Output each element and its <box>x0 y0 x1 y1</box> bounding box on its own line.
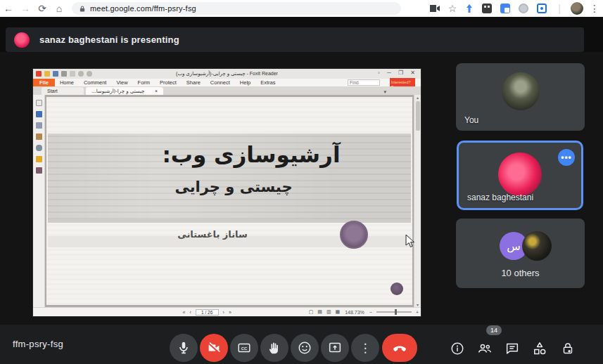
meeting-stage: چیستی و چرایی-(آرشیوسازی وب) - Foxit Rea… <box>0 52 603 325</box>
foxit-title-bar: چیستی و چرایی-(آرشیوسازی وب) - Foxit Rea… <box>33 69 421 79</box>
attachments-icon[interactable] <box>36 145 42 151</box>
chat-icon <box>504 341 520 356</box>
menu-home[interactable]: Home <box>55 79 79 86</box>
menu-help[interactable]: Help <box>235 79 255 86</box>
bookmarks-icon[interactable] <box>36 111 42 117</box>
foxit-window-title: چیستی و چرایی-(آرشیوسازی وب) - Foxit Rea… <box>33 71 421 77</box>
captions-icon: CC <box>236 340 252 356</box>
tab-close-icon[interactable]: × <box>155 89 158 93</box>
meeting-details-button[interactable] <box>449 340 466 357</box>
tab-document[interactable]: چیستی و چرا-(آرشیوسا... × <box>86 87 163 95</box>
browser-toolbar: ← → ⟳ ⌂ meet.google.com/ffm-psry-fsg ☆ |… <box>0 0 603 17</box>
menu-file[interactable]: File <box>33 79 55 86</box>
zoom-level-text: 148.73% <box>345 310 364 315</box>
end-call-button[interactable] <box>382 334 417 362</box>
info-icon <box>450 341 465 356</box>
scrollbar-thumb[interactable] <box>416 101 420 131</box>
home-button[interactable]: ⌂ <box>51 1 68 16</box>
slide-subtitle: چیستی و چرایی <box>118 178 350 195</box>
people-icon <box>476 340 493 357</box>
extension-dot-icon[interactable] <box>537 4 547 13</box>
present-screen-button[interactable] <box>321 334 349 362</box>
security-icon[interactable] <box>36 156 42 162</box>
zoom-out-button[interactable]: − <box>367 310 374 315</box>
presenting-banner-text: sanaz baghestani is presenting <box>39 34 179 45</box>
facing-view-icon[interactable]: ▥ <box>324 309 334 315</box>
more-options-icon: ⋮ <box>360 342 372 354</box>
page-number-box[interactable]: 1 / 26 <box>196 309 219 316</box>
toolbar-divider: | <box>551 1 568 16</box>
browser-menu-button[interactable]: ⋮ <box>586 1 603 16</box>
activities-icon <box>531 340 548 357</box>
next-page-button[interactable]: › <box>221 310 227 315</box>
mouse-cursor <box>405 235 415 248</box>
presenter-tile-avatar <box>498 152 542 196</box>
scroll-up-icon[interactable]: ▴ <box>417 95 419 100</box>
signature-icon[interactable] <box>36 167 42 174</box>
foxit-status-bar: « ‹ 1 / 26 › » ▢ ▤ ▥ ▦ 148.73% − + <box>33 307 421 316</box>
more-options-button[interactable]: ⋮ <box>351 334 379 362</box>
tab-list-dropdown-icon[interactable]: ▾ <box>381 89 388 95</box>
menu-connect[interactable]: Connect <box>205 79 235 86</box>
continuous-view-icon[interactable]: ▤ <box>315 309 324 315</box>
first-page-button[interactable]: « <box>181 310 188 315</box>
extension-arrow-icon[interactable] <box>464 4 474 13</box>
raise-hand-icon <box>267 340 282 356</box>
meeting-code: ffm-psry-fsg <box>13 339 63 349</box>
single-page-view-icon[interactable]: ▢ <box>307 309 316 315</box>
camera-off-button[interactable] <box>200 334 228 362</box>
document-scrollbar[interactable]: ▴ ▾ <box>414 95 421 307</box>
microphone-button[interactable] <box>170 334 198 362</box>
presenter-label: sanaz baghestani <box>467 193 533 202</box>
you-avatar <box>502 72 540 110</box>
show-participants-button[interactable] <box>476 340 493 357</box>
comments-icon[interactable] <box>36 134 42 140</box>
translate-extension-icon[interactable] <box>500 4 510 13</box>
slide-title: آرشیوسازی وب: <box>118 142 385 167</box>
lock-icon <box>79 5 86 13</box>
last-page-button[interactable]: » <box>227 310 234 315</box>
others-label: 10 others <box>456 268 585 278</box>
scroll-down-icon[interactable]: ▾ <box>417 302 419 307</box>
camera-off-icon <box>206 340 222 356</box>
camera-indicator-icon[interactable] <box>429 4 440 13</box>
menu-view[interactable]: View <box>111 79 132 86</box>
participant-tile-others[interactable]: س 10 others <box>456 219 585 288</box>
profile-avatar[interactable] <box>571 2 583 15</box>
prev-page-button[interactable]: ‹ <box>187 310 193 315</box>
activities-button[interactable] <box>531 340 548 357</box>
menu-protect[interactable]: Protect <box>155 79 182 86</box>
back-button[interactable]: ← <box>0 1 17 16</box>
menu-form[interactable]: Form <box>133 79 155 86</box>
captions-button[interactable]: CC <box>230 334 258 362</box>
layers-icon[interactable] <box>36 122 42 129</box>
bookmark-star-icon[interactable]: ☆ <box>444 1 461 16</box>
participant-tile-you[interactable]: You <box>456 63 585 131</box>
address-bar[interactable]: meet.google.com/ffm-psry-fsg <box>72 2 401 15</box>
find-input[interactable] <box>348 79 380 86</box>
tab-start[interactable]: Start <box>42 87 84 95</box>
reload-button[interactable]: ⟳ <box>34 1 51 16</box>
grid-view-icon[interactable]: ▦ <box>334 309 343 315</box>
participant-tile-presenter[interactable]: ••• sanaz baghestani <box>457 141 583 210</box>
raise-hand-button[interactable] <box>260 334 288 362</box>
forward-button[interactable]: → <box>17 1 34 16</box>
zoom-slider-handle[interactable] <box>395 309 397 315</box>
zoom-in-button[interactable]: + <box>414 310 421 315</box>
reactions-button[interactable] <box>291 334 319 362</box>
menu-comment[interactable]: Comment <box>79 79 112 86</box>
chat-button[interactable] <box>504 340 521 357</box>
tile-more-options-button[interactable]: ••• <box>558 149 575 166</box>
zoom-slider[interactable] <box>376 311 412 313</box>
foxit-window-controls[interactable]: ▫ ─ ❐ ✕ <box>378 70 418 76</box>
extension-circle-icon[interactable] <box>519 4 528 13</box>
foxit-tab-bar: Start چیستی و چرا-(آرشیوسا... × ▾ <box>33 86 421 95</box>
extension-dark-icon[interactable] <box>482 4 492 13</box>
thumbnails-icon[interactable] <box>36 100 42 106</box>
host-controls-button[interactable] <box>559 340 576 357</box>
participant-count-badge: 14 <box>486 325 502 335</box>
svg-text:CC: CC <box>241 346 248 351</box>
menu-share[interactable]: Share <box>182 79 205 86</box>
menu-extras[interactable]: Extras <box>255 79 280 86</box>
google-meet-window: ← → ⟳ ⌂ meet.google.com/ffm-psry-fsg ☆ |… <box>0 0 603 364</box>
